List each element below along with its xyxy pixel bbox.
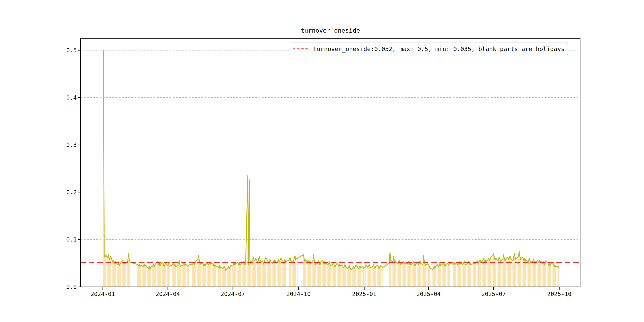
turnover-bar [243, 262, 244, 287]
turnover-bar [244, 265, 245, 287]
turnover-bar [330, 266, 331, 287]
turnover-bar [350, 270, 351, 287]
turnover-bar [425, 266, 426, 287]
turnover-bar [549, 263, 550, 287]
turnover-bar [394, 263, 395, 287]
turnover-bar [120, 264, 120, 287]
turnover-bar [552, 262, 553, 287]
turnover-bar [185, 264, 186, 287]
turnover-bar [230, 267, 230, 287]
turnover-bar [458, 264, 459, 287]
turnover-bar [369, 264, 370, 287]
turnover-bar [554, 265, 555, 287]
turnover-bar [444, 264, 445, 287]
legend-dashed-line-icon [292, 48, 310, 50]
turnover-bar [534, 262, 535, 287]
turnover-bar [123, 263, 124, 287]
turnover-bar [503, 254, 504, 287]
turnover-bar [348, 269, 348, 287]
turnover-bar [150, 269, 150, 287]
turnover-bar [122, 260, 123, 287]
turnover-bar [412, 263, 413, 287]
turnover-bar [500, 260, 500, 287]
turnover-bar [165, 263, 166, 287]
turnover-bar [445, 266, 446, 287]
turnover-bar [250, 263, 251, 287]
turnover-bar [253, 258, 254, 287]
turnover-bar [118, 265, 118, 287]
turnover-bar [214, 266, 215, 287]
turnover-bar [358, 267, 358, 287]
turnover-bar [530, 263, 531, 287]
turnover-bar [465, 265, 466, 287]
turnover-bar [398, 262, 399, 287]
turnover-bar [434, 266, 435, 287]
turnover-bar [438, 267, 439, 287]
turnover-bar [498, 261, 498, 287]
chart-title: turnover oneside [80, 27, 580, 34]
turnover-bar [174, 264, 175, 287]
turnover-bar [544, 263, 546, 287]
turnover-bar [410, 262, 410, 287]
turnover-bar [328, 264, 329, 287]
turnover-bar [540, 262, 541, 287]
turnover-bar [326, 263, 326, 287]
turnover-bar [204, 264, 204, 287]
turnover-bar [359, 267, 360, 287]
turnover-bar [429, 266, 430, 287]
turnover-bar [465, 264, 466, 287]
turnover-bar [529, 258, 530, 287]
turnover-bar [493, 253, 494, 287]
turnover-bar [395, 262, 396, 287]
turnover-bar [142, 267, 143, 287]
turnover-bar [418, 262, 418, 287]
turnover-bar [443, 262, 444, 287]
turnover-bar [309, 263, 310, 287]
turnover-bar [374, 267, 375, 287]
turnover-bar [474, 262, 475, 287]
turnover-bar [228, 266, 229, 287]
turnover-bar [484, 260, 486, 287]
turnover-bar [525, 260, 526, 287]
turnover-bar [449, 264, 450, 287]
turnover-bar [268, 263, 269, 287]
turnover-bar [553, 264, 554, 287]
turnover-bar [218, 267, 219, 287]
turnover-bar [197, 260, 198, 287]
turnover-bar [424, 264, 425, 287]
turnover-bar [548, 265, 549, 287]
turnover-bar [489, 260, 490, 287]
turnover-bar [285, 262, 286, 287]
turnover-bar [120, 262, 121, 287]
turnover-bar [358, 269, 359, 287]
turnover-bar [455, 263, 456, 287]
turnover-bar [164, 266, 164, 287]
turnover-bar [428, 264, 429, 287]
turnover-bar [205, 264, 206, 287]
turnover-bar [264, 262, 264, 287]
turnover-bar [490, 259, 490, 287]
turnover-bar [188, 265, 189, 287]
turnover-bar [320, 265, 320, 287]
turnover-bar [475, 263, 476, 287]
turnover-bar [524, 258, 525, 287]
turnover-bar [546, 261, 546, 287]
turnover-bar [405, 264, 406, 287]
turnover-bar [174, 266, 175, 287]
turnover-bar [490, 257, 491, 287]
turnover-bar [502, 260, 503, 287]
turnover-bar [516, 260, 516, 287]
turnover-bar [194, 265, 194, 287]
turnover-bar [308, 262, 308, 287]
turnover-bar [143, 266, 144, 287]
turnover-bar [199, 260, 200, 287]
turnover-bar [520, 260, 521, 287]
turnover-bar [110, 258, 110, 287]
turnover-bar [542, 264, 543, 287]
turnover-bar [244, 264, 245, 287]
turnover-bar [280, 260, 280, 287]
turnover-bar [138, 266, 139, 287]
turnover-bar [518, 254, 519, 287]
turnover-bar [254, 260, 256, 287]
turnover-bar [520, 257, 520, 287]
